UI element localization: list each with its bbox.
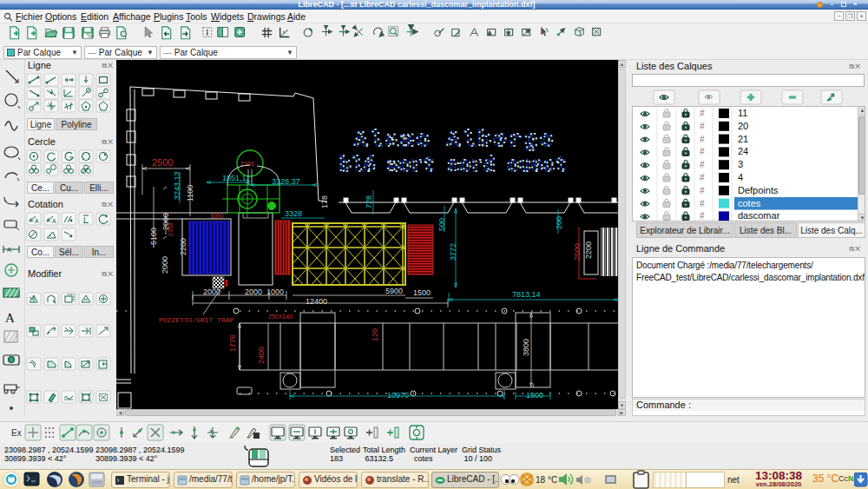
svg-text:3800: 3800: [522, 339, 530, 356]
svg-text:11: 11: [738, 108, 747, 118]
svg-text:1500: 1500: [413, 288, 431, 297]
svg-text:3328,37: 3328,37: [272, 177, 300, 186]
svg-text:POZZETTO/GRIT TRAP: POZZETTO/GRIT TRAP: [159, 316, 234, 324]
svg-text:1776: 1776: [228, 334, 237, 352]
svg-text:18 °C: 18 °C: [536, 475, 557, 485]
svg-text:3000: 3000: [210, 213, 224, 219]
svg-text:2000: 2000: [245, 287, 262, 296]
svg-text:2000: 2000: [203, 287, 220, 296]
svg-text:10970: 10970: [387, 391, 409, 400]
svg-text:A: A: [52, 218, 56, 224]
svg-text:20: 20: [738, 121, 748, 131]
svg-text:12400: 12400: [306, 297, 327, 306]
svg-text:4: 4: [738, 172, 743, 182]
svg-text:1100: 1100: [186, 185, 194, 202]
svg-text:21: 21: [738, 134, 748, 144]
svg-text:2200: 2200: [584, 241, 593, 259]
svg-text:250X140: 250X140: [268, 314, 293, 320]
svg-text:2200: 2200: [179, 238, 187, 255]
svg-text:A: A: [5, 311, 15, 325]
svg-text:2400: 2400: [257, 347, 266, 364]
svg-text:3: 3: [738, 159, 743, 169]
svg-text:Ex: Ex: [11, 428, 22, 438]
svg-text:2500: 2500: [152, 157, 173, 168]
svg-text:dascomar: dascomar: [738, 210, 780, 221]
svg-text:120: 120: [371, 328, 379, 341]
svg-text:3328: 3328: [285, 209, 302, 218]
svg-text:cotes: cotes: [738, 198, 761, 208]
svg-text:1851,11: 1851,11: [222, 174, 250, 182]
svg-text:A: A: [35, 218, 39, 224]
svg-text:24: 24: [738, 146, 748, 156]
svg-text:178: 178: [320, 195, 329, 208]
svg-text:500: 500: [437, 218, 446, 231]
svg-text:Defpoints: Defpoints: [738, 185, 779, 195]
svg-text:2500: 2500: [573, 243, 582, 261]
svg-text:5900: 5900: [385, 287, 403, 295]
svg-text:1900: 1900: [526, 391, 543, 400]
svg-text:1000: 1000: [266, 287, 284, 296]
svg-text:3772: 3772: [449, 243, 457, 261]
svg-text:Alamo Albergo: Alamo Albergo: [354, 127, 555, 153]
svg-text:blé mort nord ouest: blé mort nord ouest: [339, 155, 567, 177]
svg-text:5100: 5100: [149, 228, 158, 245]
svg-text:728: 728: [365, 195, 373, 208]
svg-text:A: A: [7, 246, 12, 254]
svg-text:2358: 2358: [168, 222, 174, 236]
svg-text:200: 200: [555, 216, 563, 229]
svg-text:7813,14: 7813,14: [512, 290, 541, 299]
svg-text:3243,13: 3243,13: [173, 171, 181, 200]
svg-text:2000: 2000: [161, 256, 169, 274]
